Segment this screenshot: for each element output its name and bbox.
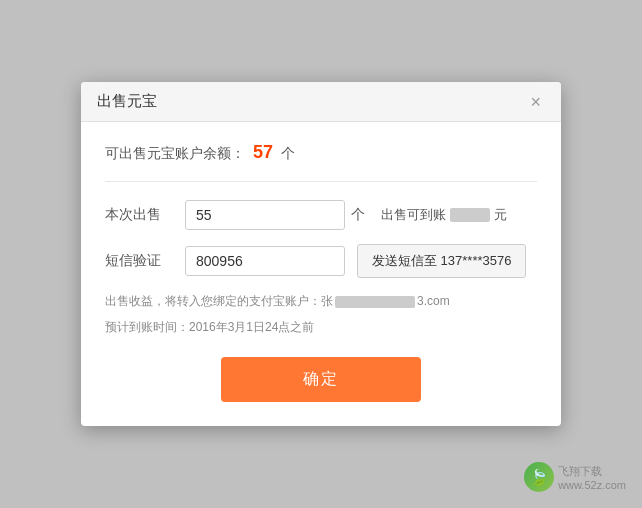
info-text-1: 出售收益，将转入您绑定的支付宝账户：张3.com <box>105 292 537 311</box>
send-sms-button[interactable]: 发送短信至 137****3576 <box>357 244 526 278</box>
balance-label: 可出售元宝账户余额： <box>105 145 245 161</box>
sms-label: 短信验证 <box>105 252 185 270</box>
sale-input[interactable] <box>185 200 345 230</box>
dialog: 出售元宝 × 可出售元宝账户余额： 57 个 本次出售 个 出售可到账 元 <box>81 82 561 425</box>
sms-row: 短信验证 发送短信至 137****3576 <box>105 244 537 278</box>
dialog-body: 可出售元宝账户余额： 57 个 本次出售 个 出售可到账 元 短信验证 发送短信… <box>81 122 561 425</box>
watermark: 🍃 飞翔下载 www.52z.com <box>524 462 626 492</box>
balance-unit: 个 <box>281 145 295 161</box>
watermark-text: 飞翔下载 www.52z.com <box>558 464 626 491</box>
confirm-button[interactable]: 确定 <box>221 357 421 402</box>
dialog-title: 出售元宝 <box>97 92 157 111</box>
amount-blurred <box>450 208 490 222</box>
sale-label: 本次出售 <box>105 206 185 224</box>
amount-prefix: 出售可到账 <box>381 206 446 224</box>
amount-info: 出售可到账 元 <box>381 206 507 224</box>
sale-row: 本次出售 个 出售可到账 元 <box>105 200 537 230</box>
page-background: 出售元宝 × 可出售元宝账户余额： 57 个 本次出售 个 出售可到账 元 <box>0 0 642 508</box>
dialog-header: 出售元宝 × <box>81 82 561 122</box>
balance-row: 可出售元宝账户余额： 57 个 <box>105 142 537 163</box>
sale-unit: 个 <box>351 206 365 224</box>
close-button[interactable]: × <box>526 93 545 111</box>
sms-input[interactable] <box>185 246 345 276</box>
watermark-logo: 🍃 <box>524 462 554 492</box>
divider <box>105 181 537 182</box>
amount-unit: 元 <box>494 206 507 224</box>
balance-value: 57 <box>253 142 273 162</box>
info-text-2: 预计到账时间：2016年3月1日24点之前 <box>105 318 537 337</box>
